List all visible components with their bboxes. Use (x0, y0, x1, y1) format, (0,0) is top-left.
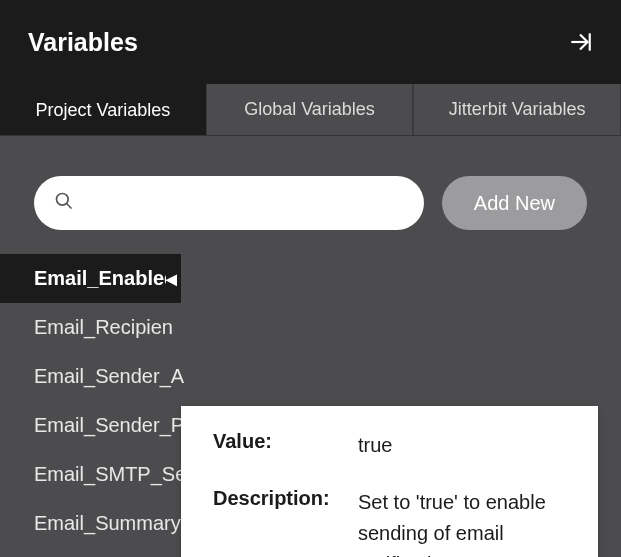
tooltip-row-value: Value: true (213, 430, 566, 461)
tooltip-description-text: Set to 'true' to enable sending of email… (358, 487, 566, 557)
panel-header: Variables (0, 0, 621, 84)
variable-item[interactable]: Email_Sender_A (0, 352, 621, 401)
tab-bar: Project Variables Global Variables Jitte… (0, 84, 621, 136)
svg-line-1 (67, 204, 72, 209)
tab-project-variables[interactable]: Project Variables (0, 84, 206, 135)
variable-item-email-enabled[interactable]: Email_Enabled ◀ (0, 254, 181, 303)
tab-label: Project Variables (35, 100, 170, 121)
variable-label: Email_Recipien (34, 316, 173, 339)
variable-label: Email_Sender_A (34, 365, 184, 388)
variable-label: Email_Sender_P (34, 414, 184, 437)
toolbar: Add New (0, 176, 621, 230)
svg-point-0 (57, 194, 69, 206)
tooltip-value-label: Value: (213, 430, 358, 461)
variable-item[interactable]: Email_Recipien (0, 303, 621, 352)
tab-label: Global Variables (244, 99, 375, 120)
panel-title: Variables (28, 28, 138, 57)
pointer-icon: ◀ (166, 271, 177, 287)
variable-label: Email_Summary (34, 512, 181, 535)
variable-label: Email_Enabled (34, 267, 166, 290)
collapse-panel-icon[interactable] (567, 29, 593, 55)
tab-global-variables[interactable]: Global Variables (206, 84, 414, 135)
tooltip-row-description: Description: Set to 'true' to enable sen… (213, 487, 566, 557)
search-wrapper (34, 176, 424, 230)
variable-details-tooltip: Value: true Description: Set to 'true' t… (181, 406, 598, 557)
tooltip-value-text: true (358, 430, 566, 461)
add-new-button[interactable]: Add New (442, 176, 587, 230)
tab-label: Jitterbit Variables (449, 99, 586, 120)
panel-content: Add New Email_Enabled ◀ Email_Recipien E… (0, 136, 621, 548)
tab-jitterbit-variables[interactable]: Jitterbit Variables (413, 84, 621, 135)
search-input[interactable] (34, 176, 424, 230)
search-icon (54, 191, 74, 215)
tooltip-description-label: Description: (213, 487, 358, 557)
